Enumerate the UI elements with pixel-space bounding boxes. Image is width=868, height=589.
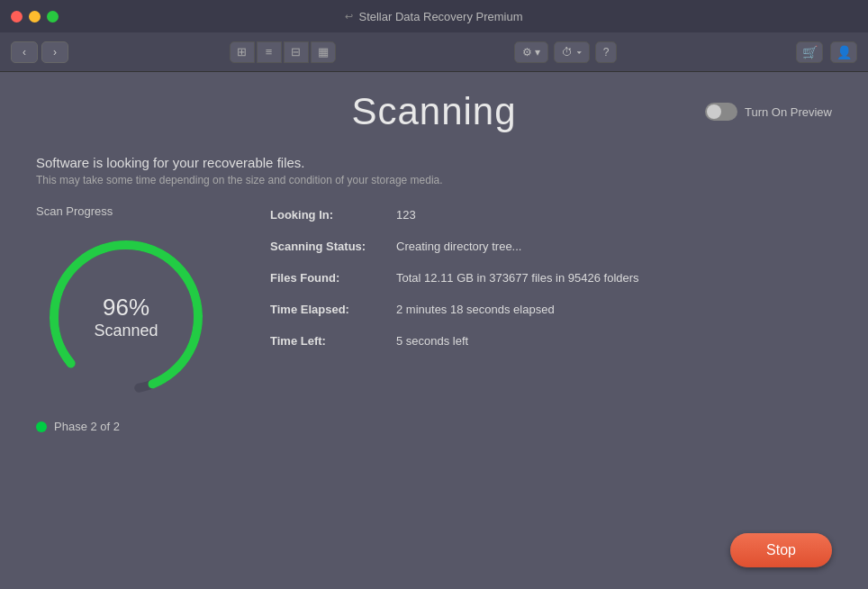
info-primary-text: Software is looking for your recoverable…	[36, 155, 832, 170]
settings-button[interactable]: ⚙ ▾	[514, 41, 548, 63]
progress-left: Scan Progress 96% Scanned Phase 2 of 2	[36, 204, 216, 433]
stat-row: Looking In:123	[270, 208, 832, 222]
progress-scanned-label: Scanned	[94, 322, 158, 340]
stop-button-container: Stop	[730, 533, 832, 567]
toolbar: ‹ › ⊞ ≡ ⊟ ▦ ⚙ ▾ ⏱ ▾ ? 🛒 👤	[0, 32, 868, 72]
toolbar-right: 🛒 👤	[796, 41, 857, 63]
stat-label: Time Elapsed:	[270, 303, 396, 316]
stat-label: Scanning Status:	[270, 240, 396, 253]
preview-toggle-label: Turn On Preview	[745, 105, 832, 119]
stat-label: Files Found:	[270, 271, 396, 285]
scan-progress-label: Scan Progress	[36, 204, 113, 218]
help-button[interactable]: ?	[595, 41, 618, 63]
stats-table: Looking In:123Scanning Status:Creating d…	[270, 208, 832, 366]
back-arrow-icon: ↩	[345, 11, 353, 23]
nav-buttons: ‹ ›	[11, 41, 68, 63]
preview-toggle-switch[interactable]	[705, 103, 737, 121]
view-column-button[interactable]: ⊟	[284, 41, 309, 63]
stat-label: Looking In:	[270, 208, 396, 222]
view-list-button[interactable]: ≡	[257, 41, 282, 63]
view-cover-button[interactable]: ▦	[311, 41, 336, 63]
stop-button[interactable]: Stop	[730, 533, 832, 567]
info-secondary-text: This may take some time depending on the…	[36, 174, 832, 186]
cart-button[interactable]: 🛒	[796, 41, 823, 63]
stat-value: 123	[396, 208, 416, 222]
stat-value: Creating directory tree...	[396, 240, 521, 253]
progress-percent: 96%	[94, 294, 158, 322]
progress-section: Scan Progress 96% Scanned Phase 2 of 2	[36, 204, 832, 433]
info-section: Software is looking for your recoverable…	[36, 155, 832, 186]
progress-center-text: 96% Scanned	[94, 294, 158, 340]
window-title: ↩ Stellar Data Recovery Premium	[345, 10, 522, 23]
stat-row: Scanning Status:Creating directory tree.…	[270, 240, 832, 253]
stat-label: Time Left:	[270, 334, 396, 348]
account-button[interactable]: 👤	[830, 41, 857, 63]
stat-row: Files Found:Total 12.11 GB in 373677 fil…	[270, 271, 832, 285]
nav-forward-button[interactable]: ›	[41, 41, 68, 63]
maximize-button[interactable]	[47, 11, 59, 23]
preview-toggle-area: Turn On Preview	[705, 103, 832, 121]
close-button[interactable]	[11, 11, 23, 23]
view-grid-button[interactable]: ⊞	[230, 41, 255, 63]
stat-row: Time Left:5 seconds left	[270, 334, 832, 348]
stat-value: 2 minutes 18 seconds elapsed	[396, 303, 555, 316]
traffic-lights	[11, 11, 59, 23]
phase-dot-icon	[36, 421, 47, 432]
minimize-button[interactable]	[29, 11, 41, 23]
action-buttons: ⚙ ▾ ⏱ ▾ ?	[514, 41, 617, 63]
stat-value: Total 12.11 GB in 373677 files in 95426 …	[396, 271, 639, 285]
scan-header: Scanning Turn On Preview	[36, 90, 832, 133]
scanning-title: Scanning	[351, 90, 516, 133]
history-button[interactable]: ⏱ ▾	[554, 41, 589, 63]
circular-progress: 96% Scanned	[36, 227, 216, 407]
view-buttons: ⊞ ≡ ⊟ ▦	[230, 41, 336, 63]
stat-row: Time Elapsed:2 minutes 18 seconds elapse…	[270, 303, 832, 316]
stat-value: 5 seconds left	[396, 334, 468, 348]
titlebar: ↩ Stellar Data Recovery Premium	[0, 0, 868, 32]
main-content: Scanning Turn On Preview Software is loo…	[0, 72, 868, 589]
nav-back-button[interactable]: ‹	[11, 41, 38, 63]
